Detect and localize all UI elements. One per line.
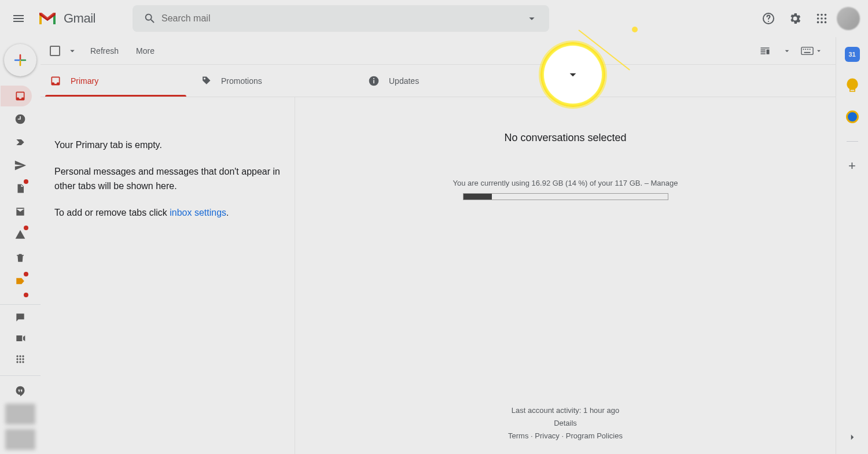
trash-icon <box>15 252 25 264</box>
settings-button[interactable] <box>784 7 807 30</box>
search-options-caret[interactable] <box>520 7 543 30</box>
nav-more[interactable] <box>9 294 32 301</box>
tab-primary[interactable]: Primary <box>41 65 191 97</box>
support-button[interactable] <box>757 7 780 30</box>
calendar-icon: 31 <box>845 47 860 62</box>
hangouts-contact[interactable] <box>5 404 35 425</box>
sent-icon <box>14 159 27 172</box>
nav-hangouts[interactable] <box>9 381 32 401</box>
nav-inbox[interactable] <box>1 86 32 106</box>
svg-point-18 <box>16 361 18 363</box>
svg-point-13 <box>19 355 21 357</box>
annotation-dot <box>632 27 638 32</box>
svg-point-9 <box>817 21 819 24</box>
nav-drafts[interactable] <box>9 178 32 199</box>
account-avatar[interactable] <box>837 7 860 30</box>
spam-icon <box>14 229 26 241</box>
badge-dot <box>24 226 28 230</box>
nav-phone[interactable] <box>9 349 32 370</box>
nav-trash[interactable] <box>9 248 32 268</box>
keep-addon[interactable] <box>842 75 863 96</box>
svg-point-12 <box>16 355 18 357</box>
storage-progress <box>463 193 668 200</box>
tasks-addon[interactable] <box>842 106 863 127</box>
input-tools-button[interactable] <box>797 43 826 59</box>
split-pane-toggle[interactable] <box>753 39 777 62</box>
svg-point-10 <box>821 21 823 24</box>
svg-point-17 <box>22 358 24 360</box>
policies-link[interactable]: Program Policies <box>566 431 623 440</box>
svg-rect-23 <box>805 49 806 50</box>
apps-button[interactable] <box>810 7 833 30</box>
svg-point-20 <box>22 361 24 363</box>
svg-point-3 <box>817 14 819 16</box>
main-area: Refresh More Primary Promotions <box>41 37 836 454</box>
svg-point-15 <box>16 358 18 360</box>
tab-label: Primary <box>71 76 98 86</box>
footer: Last account activity: 1 hour ago Detail… <box>508 404 623 454</box>
app-name: Gmail <box>64 11 95 26</box>
gear-icon <box>788 12 802 25</box>
empty-title: Your Primary tab is empty. <box>54 138 281 153</box>
inbox-settings-link[interactable]: inbox settings <box>170 208 226 217</box>
keyboard-icon <box>801 46 814 56</box>
storage-text: You are currently using 16.92 GB (14 %) … <box>453 179 678 187</box>
compose-button[interactable] <box>4 44 36 76</box>
tab-promotions[interactable]: Promotions <box>191 65 359 97</box>
gmail-logo-icon <box>37 10 58 27</box>
storage-manage-link[interactable]: Manage <box>651 179 678 187</box>
search-input[interactable] <box>161 13 520 24</box>
tasks-icon <box>846 110 859 123</box>
nav-important[interactable] <box>9 132 32 153</box>
svg-rect-26 <box>804 51 811 53</box>
nav-meet[interactable] <box>9 328 32 349</box>
header-right <box>757 7 863 30</box>
more-button[interactable]: More <box>129 42 161 60</box>
nav-all-mail[interactable] <box>9 201 32 222</box>
svg-point-2 <box>768 21 769 22</box>
svg-rect-22 <box>803 49 804 50</box>
side-panel-toggle[interactable] <box>847 432 858 442</box>
label-icon <box>14 276 26 286</box>
select-dropdown[interactable] <box>65 43 80 58</box>
svg-point-6 <box>817 17 819 20</box>
privacy-link[interactable]: Privacy <box>535 431 560 440</box>
svg-point-14 <box>22 355 24 357</box>
tab-updates[interactable]: Updates <box>359 65 527 97</box>
search-icon[interactable] <box>138 7 161 30</box>
important-icon <box>14 136 26 148</box>
storage-progress-fill <box>464 194 492 200</box>
rail-divider <box>0 304 41 305</box>
split-pane-dropdown[interactable] <box>780 44 794 58</box>
tab-label: Promotions <box>221 76 262 86</box>
mail-toolbar: Refresh More <box>41 37 836 65</box>
hangouts-contact[interactable] <box>5 429 35 450</box>
calendar-addon[interactable]: 31 <box>842 44 863 65</box>
search-box[interactable] <box>133 5 549 32</box>
nav-chat[interactable] <box>9 307 32 328</box>
logo[interactable]: Gmail <box>37 10 95 27</box>
nav-categories[interactable] <box>9 271 32 291</box>
side-divider <box>847 141 858 142</box>
terms-link[interactable]: Terms <box>508 431 528 440</box>
nav-snoozed[interactable] <box>9 109 32 130</box>
reading-pane-title: No conversations selected <box>504 132 626 144</box>
keep-icon <box>847 78 858 93</box>
badge-dot <box>24 179 28 184</box>
rail-divider <box>0 375 41 376</box>
help-icon <box>762 12 775 25</box>
get-addons-button[interactable]: + <box>842 156 863 176</box>
refresh-button[interactable]: Refresh <box>83 42 126 60</box>
category-tabs: Primary Promotions Updates <box>41 65 836 97</box>
main-menu-button[interactable] <box>5 5 32 32</box>
hangouts-icon <box>14 385 26 397</box>
select-all-checkbox[interactable] <box>50 46 60 56</box>
nav-sent[interactable] <box>9 155 32 176</box>
details-link[interactable]: Details <box>554 419 577 427</box>
inbox-icon <box>14 90 26 102</box>
main-layout: Refresh More Primary Promotions <box>0 37 868 454</box>
dialpad-icon <box>14 353 26 365</box>
nav-spam[interactable] <box>9 224 32 245</box>
empty-settings-hint: To add or remove tabs click inbox settin… <box>54 205 281 220</box>
empty-description: Personal messages and messages that don'… <box>54 164 281 194</box>
